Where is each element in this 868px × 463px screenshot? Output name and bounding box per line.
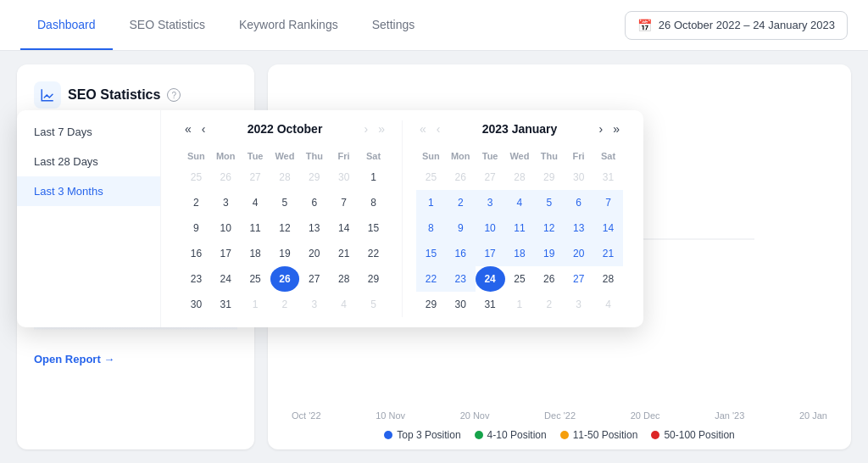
calendar-day[interactable]: 4 [593, 292, 623, 317]
october-next[interactable]: › [361, 120, 372, 137]
january-prev-prev[interactable]: « [416, 120, 430, 137]
calendar-day[interactable]: 11 [505, 215, 535, 241]
calendar-day[interactable]: 26 [534, 266, 564, 292]
calendar-day[interactable]: 1 [241, 292, 270, 317]
calendar-day[interactable]: 31 [593, 165, 623, 190]
calendar-day[interactable]: 29 [416, 292, 446, 317]
calendar-day[interactable]: 28 [593, 266, 623, 292]
calendar-day[interactable]: 29 [299, 165, 329, 190]
october-next-next[interactable]: » [375, 120, 388, 137]
calendar-day[interactable]: 3 [211, 190, 241, 215]
calendar-day[interactable]: 31 [211, 292, 241, 317]
calendar-day[interactable]: 17 [211, 241, 241, 266]
calendar-day[interactable]: 28 [329, 266, 359, 292]
calendar-day[interactable]: 7 [329, 190, 359, 215]
calendar-day[interactable]: 26 [446, 165, 476, 190]
january-prev[interactable]: ‹ [433, 120, 444, 137]
calendar-day[interactable]: 11 [241, 215, 270, 241]
calendar-day[interactable]: 3 [476, 190, 505, 215]
calendar-day[interactable]: 12 [534, 215, 564, 241]
calendar-day[interactable]: 31 [476, 292, 505, 317]
calendar-day[interactable]: 4 [505, 190, 535, 215]
calendar-day[interactable]: 30 [446, 292, 476, 317]
tab-keyword-rankings[interactable]: Keyword Rankings [222, 0, 355, 50]
tab-dashboard[interactable]: Dashboard [20, 0, 113, 50]
calendar-day[interactable]: 14 [593, 215, 623, 241]
quick-pick-7-days[interactable]: Last 7 Days [17, 117, 160, 147]
calendar-day[interactable]: 9 [181, 215, 211, 241]
calendar-day[interactable]: 7 [593, 190, 623, 215]
calendar-day[interactable]: 27 [476, 165, 505, 190]
tab-settings[interactable]: Settings [355, 0, 432, 50]
calendar-day[interactable]: 4 [329, 292, 359, 317]
quick-pick-28-days[interactable]: Last 28 Days [17, 147, 160, 176]
calendar-day[interactable]: 9 [446, 215, 476, 241]
calendar-day[interactable]: 14 [329, 215, 359, 241]
calendar-day[interactable]: 10 [211, 215, 241, 241]
calendar-day[interactable]: 27 [564, 266, 593, 292]
calendar-day[interactable]: 21 [329, 241, 359, 266]
quick-pick-3-months[interactable]: Last 3 Months [17, 176, 160, 206]
calendar-day[interactable]: 22 [416, 266, 446, 292]
calendar-day[interactable]: 25 [416, 165, 446, 190]
calendar-day[interactable]: 3 [299, 292, 329, 317]
october-prev-prev[interactable]: « [181, 120, 195, 137]
calendar-day[interactable]: 22 [359, 241, 388, 266]
calendar-day[interactable]: 24 [476, 266, 505, 292]
calendar-day[interactable]: 16 [181, 241, 211, 266]
october-prev[interactable]: ‹ [198, 120, 209, 137]
calendar-day[interactable]: 10 [476, 215, 505, 241]
january-next-next[interactable]: » [609, 120, 623, 137]
calendar-day[interactable]: 19 [534, 241, 564, 266]
calendar-day[interactable]: 6 [299, 190, 329, 215]
calendar-day[interactable]: 19 [270, 241, 300, 266]
calendar-day[interactable]: 16 [446, 241, 476, 266]
calendar-day[interactable]: 5 [359, 292, 388, 317]
calendar-day[interactable]: 21 [593, 241, 623, 266]
calendar-day[interactable]: 2 [446, 190, 476, 215]
calendar-day[interactable]: 26 [270, 266, 300, 292]
calendar-day[interactable]: 5 [534, 190, 564, 215]
calendar-day[interactable]: 24 [211, 266, 241, 292]
calendar-day[interactable]: 2 [270, 292, 300, 317]
calendar-day[interactable]: 12 [270, 215, 300, 241]
calendar-day[interactable]: 2 [534, 292, 564, 317]
calendar-day[interactable]: 23 [181, 266, 211, 292]
calendar-day[interactable]: 4 [241, 190, 270, 215]
calendar-day[interactable]: 30 [329, 165, 359, 190]
calendar-day[interactable]: 29 [359, 266, 388, 292]
calendar-day[interactable]: 27 [241, 165, 270, 190]
calendar-day[interactable]: 13 [564, 215, 593, 241]
open-report-link[interactable]: Open Report → [34, 353, 114, 365]
calendar-day[interactable]: 27 [299, 266, 329, 292]
calendar-day[interactable]: 6 [564, 190, 593, 215]
calendar-day[interactable]: 8 [416, 215, 446, 241]
calendar-day[interactable]: 1 [505, 292, 535, 317]
calendar-day[interactable]: 29 [534, 165, 564, 190]
calendar-day[interactable]: 28 [270, 165, 300, 190]
calendar-day[interactable]: 20 [299, 241, 329, 266]
calendar-day[interactable]: 2 [181, 190, 211, 215]
calendar-day[interactable]: 1 [359, 165, 388, 190]
calendar-day[interactable]: 13 [299, 215, 329, 241]
calendar-day[interactable]: 28 [505, 165, 535, 190]
january-next[interactable]: › [596, 120, 607, 137]
calendar-day[interactable]: 30 [181, 292, 211, 317]
calendar-day[interactable]: 18 [241, 241, 270, 266]
calendar-day[interactable]: 15 [359, 215, 388, 241]
calendar-day[interactable]: 26 [211, 165, 241, 190]
calendar-day[interactable]: 15 [416, 241, 446, 266]
calendar-day[interactable]: 5 [270, 190, 300, 215]
calendar-day[interactable]: 25 [505, 266, 535, 292]
calendar-day[interactable]: 8 [359, 190, 388, 215]
calendar-day[interactable]: 17 [476, 241, 505, 266]
calendar-day[interactable]: 25 [181, 165, 211, 190]
date-range-button[interactable]: 📅 26 October 2022 – 24 January 2023 [625, 11, 848, 40]
card-help-icon[interactable]: ? [167, 88, 181, 102]
calendar-day[interactable]: 25 [241, 266, 270, 292]
tab-seo-statistics[interactable]: SEO Statistics [113, 0, 222, 50]
calendar-day[interactable]: 3 [564, 292, 593, 317]
calendar-day[interactable]: 18 [505, 241, 535, 266]
calendar-day[interactable]: 1 [416, 190, 446, 215]
calendar-day[interactable]: 20 [564, 241, 593, 266]
